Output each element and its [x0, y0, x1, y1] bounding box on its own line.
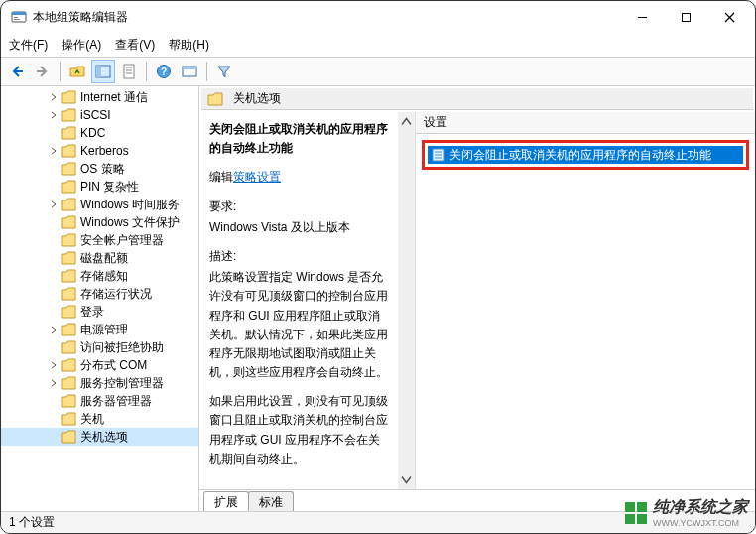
tree-item[interactable]: 存储感知 [1, 267, 198, 285]
description-p1: 此策略设置指定 Windows 是否允许没有可见顶级窗口的控制台应用程序和 GU… [209, 268, 388, 382]
tree-item-label: 关机选项 [80, 429, 128, 446]
svg-rect-11 [96, 66, 101, 77]
tree-item-label: 服务器管理器 [80, 393, 152, 410]
path-header: 关机选项 [201, 88, 753, 110]
expand-icon[interactable] [49, 110, 59, 120]
tab-standard[interactable]: 标准 [248, 491, 294, 511]
tree-item[interactable]: 服务器管理器 [1, 392, 198, 410]
tree-item-label: KDC [80, 126, 105, 140]
tree-item-label: Windows 时间服务 [80, 197, 180, 213]
tree-item[interactable]: Kerberos [1, 142, 198, 160]
path-header-text: 关机选项 [233, 90, 281, 107]
requirement-label: 要求: [209, 198, 388, 216]
requirement-value: Windows Vista 及以上版本 [209, 218, 388, 237]
tree-item-label: Windows 文件保护 [80, 214, 180, 231]
tree-item[interactable]: 电源管理 [1, 321, 198, 338]
forward-button[interactable] [31, 60, 55, 83]
status-bar: 1 个设置 [1, 511, 755, 533]
tree-item-label: 服务控制管理器 [80, 375, 164, 392]
tree-item-label: 存储运行状况 [80, 286, 152, 303]
tree-item-label: iSCSI [80, 108, 111, 122]
tree-item-label: Kerberos [80, 144, 129, 158]
tree-item[interactable]: KDC [1, 124, 198, 142]
tree-item[interactable]: Windows 时间服务 [1, 196, 198, 213]
tree-item-label: Internet 通信 [80, 89, 148, 106]
tree-item-label: 关机 [80, 411, 104, 428]
tree-item-label: 存储感知 [80, 268, 128, 285]
properties-button[interactable] [117, 60, 141, 83]
menu-action[interactable]: 操作(A) [62, 37, 101, 54]
tree-item[interactable]: 关机 [1, 410, 198, 428]
tree-item[interactable]: Internet 通信 [1, 88, 198, 106]
expand-icon[interactable] [49, 92, 59, 102]
scroll-up-icon[interactable] [399, 114, 414, 129]
tree-item-label: 磁盘配额 [80, 250, 128, 267]
tree-item[interactable]: 服务控制管理器 [1, 374, 198, 392]
tree-item[interactable]: 磁盘配额 [1, 249, 198, 267]
show-hide-tree-button[interactable] [91, 60, 115, 83]
tree-item[interactable]: 登录 [1, 303, 198, 321]
view-tabs: 扩展 标准 [199, 489, 755, 511]
tree-item-label: PIN 复杂性 [80, 179, 139, 196]
tree-item[interactable]: 存储运行状况 [1, 285, 198, 303]
policy-title: 关闭会阻止或取消关机的应用程序的自动终止功能 [209, 120, 388, 158]
tree-item[interactable]: PIN 复杂性 [1, 178, 198, 196]
description-label: 描述: [209, 247, 388, 266]
tree-item-label: 分布式 COM [80, 357, 147, 374]
folder-icon [207, 92, 223, 106]
toolbar: ? [1, 57, 755, 86]
tree-item[interactable]: 访问被拒绝协助 [1, 338, 198, 356]
up-button[interactable] [65, 60, 89, 83]
tree-item[interactable]: Windows 文件保护 [1, 213, 198, 231]
tree-item-label: 安全帐户管理器 [80, 232, 164, 249]
tree-item-label: 登录 [80, 304, 104, 321]
app-icon [11, 9, 27, 25]
tree-item[interactable]: OS 策略 [1, 160, 198, 178]
expand-icon[interactable] [49, 146, 59, 156]
window-title: 本地组策略编辑器 [33, 9, 620, 26]
tree-item[interactable]: 安全帐户管理器 [1, 231, 198, 249]
tree-item[interactable]: 关机选项 [1, 428, 198, 446]
description-p2: 如果启用此设置，则没有可见顶级窗口且阻止或取消关机的控制台应用程序或 GUI 应… [209, 392, 388, 468]
refresh-all-button[interactable] [178, 60, 201, 83]
maximize-button[interactable] [664, 3, 707, 31]
svg-rect-3 [14, 19, 20, 20]
menu-bar: 文件(F) 操作(A) 查看(V) 帮助(H) [1, 33, 755, 57]
setting-item[interactable]: 关闭会阻止或取消关机的应用程序的自动终止功能 [428, 146, 743, 164]
policy-setting-icon [432, 148, 445, 162]
back-button[interactable] [5, 60, 29, 83]
tree-item-label: OS 策略 [80, 161, 125, 178]
menu-view[interactable]: 查看(V) [115, 37, 155, 54]
settings-column-header[interactable]: 设置 [416, 112, 755, 134]
edit-policy-link[interactable]: 策略设置 [233, 170, 281, 184]
svg-rect-5 [682, 13, 690, 21]
tree-item-label: 电源管理 [80, 322, 128, 338]
tree-item-label: 访问被拒绝协助 [80, 339, 164, 356]
status-text: 1 个设置 [9, 514, 55, 531]
highlight-annotation: 关闭会阻止或取消关机的应用程序的自动终止功能 [422, 140, 749, 170]
setting-item-label: 关闭会阻止或取消关机的应用程序的自动终止功能 [449, 147, 711, 164]
svg-rect-19 [183, 67, 196, 69]
help-button[interactable]: ? [152, 60, 176, 83]
expand-icon[interactable] [49, 325, 59, 334]
expand-icon[interactable] [49, 200, 59, 209]
svg-text:?: ? [161, 67, 167, 77]
menu-help[interactable]: 帮助(H) [169, 37, 209, 54]
navigation-tree[interactable]: Internet 通信iSCSIKDCKerberosOS 策略PIN 复杂性W… [1, 86, 199, 511]
svg-rect-12 [124, 65, 134, 78]
vertical-scrollbar[interactable] [398, 112, 415, 489]
description-pane: 关闭会阻止或取消关机的应用程序的自动终止功能 编辑策略设置 要求: Window… [199, 112, 398, 489]
tree-item[interactable]: 分布式 COM [1, 356, 198, 374]
close-button[interactable] [707, 3, 751, 31]
menu-file[interactable]: 文件(F) [9, 37, 48, 54]
svg-rect-2 [14, 17, 18, 18]
scroll-down-icon[interactable] [399, 472, 414, 487]
expand-icon[interactable] [49, 378, 59, 388]
edit-prefix: 编辑 [209, 170, 233, 184]
tree-item[interactable]: iSCSI [1, 106, 198, 124]
expand-icon[interactable] [49, 360, 59, 370]
svg-rect-1 [12, 12, 26, 15]
minimize-button[interactable] [620, 3, 664, 31]
tab-extended[interactable]: 扩展 [203, 491, 249, 511]
filter-button[interactable] [212, 60, 236, 83]
